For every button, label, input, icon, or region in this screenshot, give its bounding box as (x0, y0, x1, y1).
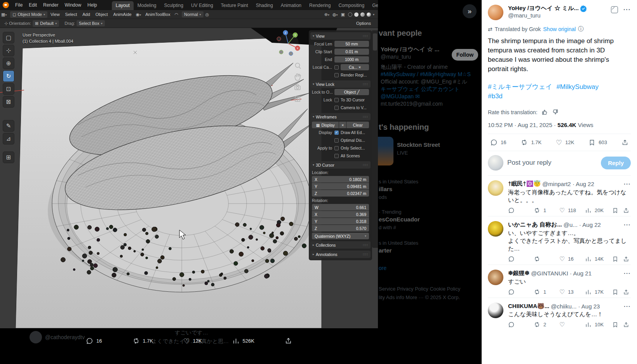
trend-title[interactable]: illars (379, 186, 392, 192)
workspace-tab[interactable]: Rendering (305, 1, 334, 10)
share-icon[interactable] (623, 289, 629, 295)
show-more-link[interactable]: ore (379, 265, 386, 271)
reply-item[interactable]: いかニャあ 自称お... @u... · Aug 22 ··· い、いやすごすぎ… (488, 216, 631, 265)
menu-edit[interactable]: Edit (26, 2, 40, 8)
repost-action[interactable]: 1 (534, 207, 559, 214)
show-original-link[interactable]: Show original (543, 26, 576, 32)
like-action[interactable]: ♡ 12K (183, 338, 202, 345)
orientation-dropdown[interactable]: ⊞Default▾ (33, 20, 59, 27)
like-action[interactable]: ♡13 (559, 289, 585, 295)
wireframe-clear-button[interactable]: Clear (346, 122, 369, 128)
follow-button[interactable]: Follow (452, 49, 478, 61)
menu-object[interactable]: Object (93, 11, 110, 17)
menu-file[interactable]: File (12, 2, 26, 8)
reply-action[interactable] (508, 321, 534, 328)
like-action[interactable]: ♡16 (559, 256, 585, 262)
rotation-w-field[interactable]: W0.661 (312, 204, 369, 211)
tweet-author-name[interactable]: YoHey /ヨウヘイ ☆ ミル... (508, 5, 579, 12)
focal-length-field[interactable]: 50 mm (334, 41, 369, 47)
panel-section-view-lock[interactable]: ▾View Lock∷∷ (310, 80, 371, 88)
footer-links[interactable]: Service Privacy Policy Cookie Policy (379, 286, 460, 292)
show-gizmo-icon[interactable]: ⊕▾ (323, 12, 331, 17)
avatar[interactable] (488, 270, 503, 285)
clip-end-field[interactable]: 1000 m (334, 56, 369, 63)
live-event-thumbnail[interactable] (378, 137, 393, 165)
hashtag-link[interactable]: #MilkySubway (556, 83, 599, 91)
workspace-tab[interactable]: Shading (252, 1, 277, 10)
workspace-tab[interactable]: Sculpting (160, 1, 187, 10)
menu-window[interactable]: Window (61, 2, 84, 8)
shading-rendered-icon[interactable] (367, 12, 371, 17)
avatar[interactable] (488, 5, 503, 20)
reply-author-name[interactable]: ❄銀狸❄ (508, 270, 529, 277)
views-action[interactable]: 10K (585, 321, 611, 328)
repost-action[interactable]: 1.7K (520, 139, 541, 146)
local-camera-field[interactable]: Ca... × (341, 64, 369, 70)
menu-add[interactable]: Add (80, 11, 92, 17)
shading-wireframe-icon[interactable] (348, 12, 352, 17)
optimal-display-checkbox[interactable] (334, 138, 339, 143)
menu-animaide[interactable]: AnimAide (111, 11, 134, 17)
views-action[interactable]: 17K (585, 289, 611, 295)
bookmark-icon[interactable] (612, 322, 618, 328)
reply-action[interactable]: 16 (490, 139, 506, 146)
reply-author-name[interactable]: †眠民†🔯😇 (508, 180, 541, 188)
like-action[interactable]: ♡118 (559, 207, 585, 214)
wireframe-display-button[interactable]: ▦Display (312, 122, 339, 128)
overlays-icon[interactable]: ◍▾ (331, 12, 339, 17)
options-dropdown[interactable]: Options (356, 21, 375, 26)
bookmark-action[interactable]: 603 (588, 139, 607, 146)
trend-title[interactable]: arter (379, 247, 392, 254)
panel-section-3d-cursor[interactable]: ▾3D Cursor∷∷ (310, 161, 371, 169)
shading-dropdown-icon[interactable]: ▾ (372, 13, 376, 16)
blender-logo-icon[interactable] (3, 2, 9, 8)
reply-action[interactable] (508, 207, 534, 214)
reply-action[interactable]: 16 (86, 337, 102, 345)
pivot-point-icon[interactable]: ◉▾ (135, 12, 143, 17)
live-event-title[interactable]: Stockton Street (397, 141, 440, 148)
views-action[interactable]: 14K (585, 256, 611, 262)
only-selected-checkbox[interactable] (334, 146, 339, 150)
menu-select[interactable]: Select (63, 11, 80, 17)
wireframe-close-button[interactable]: × (339, 122, 346, 128)
drag-dropdown[interactable]: Select Box▾ (77, 20, 105, 26)
bookmark-icon[interactable] (612, 289, 618, 295)
hashtag-link[interactable]: #b3d (488, 92, 503, 100)
add-cube-tool[interactable]: ⊞ (3, 152, 14, 163)
like-action[interactable]: ♡ (559, 322, 585, 328)
workspace-tab[interactable]: Layout (112, 1, 134, 10)
clear-icon[interactable]: × (359, 65, 361, 70)
panel-section-view[interactable]: ▾View∷∷ (310, 32, 371, 40)
panel-section-annotations[interactable]: ▸Annotations∷∷ (310, 251, 371, 258)
lock-3d-cursor-checkbox[interactable] (334, 98, 339, 102)
workspace-tab[interactable]: UV Editing (187, 1, 217, 10)
more-icon[interactable]: ··· (624, 270, 631, 277)
active-tool-icon[interactable]: ⊹ (3, 21, 9, 26)
bookmark-icon[interactable] (612, 256, 618, 262)
rotation-y-field[interactable]: Y0.318 (312, 218, 369, 225)
cursor-tool[interactable]: ⊹ (3, 45, 14, 56)
annotate-tool[interactable]: ✎ (3, 120, 14, 132)
transform-orientation-dropdown[interactable]: Normal▾ (182, 11, 203, 17)
move-tool[interactable]: ⊕ (3, 57, 14, 69)
avatar[interactable] (488, 180, 503, 196)
grok-actions-icon[interactable] (611, 6, 618, 13)
editor-type-icon[interactable]: ▦▾ (0, 12, 8, 17)
all-scenes-checkbox[interactable] (334, 154, 339, 158)
cursor-z-field[interactable]: Z0.02347 m (312, 190, 369, 197)
reply-button[interactable]: Reply (601, 157, 631, 169)
render-region-checkbox[interactable] (334, 73, 339, 77)
reply-author-name[interactable]: いかニャあ 自称お... (508, 221, 562, 228)
share-icon[interactable] (623, 256, 629, 262)
menu-view[interactable]: View (48, 11, 62, 17)
collapse-sidebar-button[interactable]: » (463, 4, 477, 18)
like-action[interactable]: ♡12K (556, 139, 574, 146)
menu-render[interactable]: Render (40, 2, 61, 8)
menu-help[interactable]: Help (84, 2, 100, 8)
shading-solid-icon[interactable] (354, 12, 359, 17)
views-action[interactable]: 526K (232, 337, 254, 345)
panel-section-collections[interactable]: ▸Collections∷∷ (310, 241, 371, 249)
workspace-tab[interactable]: Modeling (134, 1, 160, 10)
bio-line[interactable]: #MilkySubway / #MilkyHighway M☆S (381, 71, 471, 77)
more-icon[interactable]: ··· (624, 181, 631, 187)
